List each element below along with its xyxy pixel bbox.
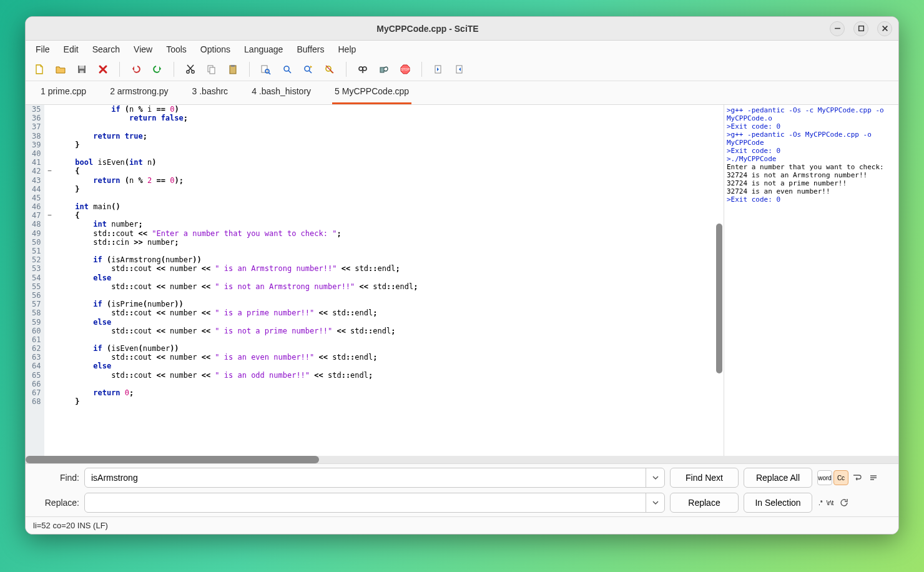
output-line: >Exit code: 0 (727, 122, 896, 131)
menu-help[interactable]: Help (337, 43, 357, 56)
replace-input[interactable] (85, 493, 646, 512)
option-escape[interactable]: \r\t (825, 495, 835, 510)
new-file-icon[interactable] (31, 61, 48, 78)
svg-rect-1 (858, 26, 863, 31)
minimize-button[interactable] (830, 21, 845, 36)
svg-point-15 (284, 66, 289, 71)
option-regex[interactable]: .* (817, 495, 824, 510)
find-next-button[interactable]: Find Next (670, 468, 739, 488)
tab-1-prime.cpp[interactable]: 1 prime.cpp (38, 81, 89, 104)
svg-rect-10 (210, 67, 215, 74)
statusbar: li=52 co=20 INS (LF) (26, 516, 898, 534)
menu-edit[interactable]: Edit (62, 43, 80, 56)
replace-icon[interactable] (300, 61, 317, 78)
menu-tools[interactable]: Tools (165, 43, 188, 56)
option-up-icon[interactable] (866, 470, 881, 485)
vertical-scrollbar[interactable] (716, 224, 722, 373)
toolbar: STOP (26, 58, 898, 81)
svg-point-16 (305, 66, 310, 71)
menubar: FileEditSearchViewToolsOptionsLanguageBu… (26, 41, 898, 58)
next-file-icon[interactable] (451, 61, 468, 78)
replace-all-button[interactable]: Replace All (744, 468, 812, 488)
tab-3-.bashrc[interactable]: 3 .bashrc (190, 81, 231, 104)
output-line: >Exit code: 0 (727, 195, 896, 204)
tab-2-armstrong.py[interactable]: 2 armstrong.py (107, 81, 170, 104)
find-replace-bar: Find: Find Next Replace All word Cc Repl… (26, 463, 898, 516)
menu-view[interactable]: View (132, 43, 154, 56)
svg-rect-12 (231, 65, 235, 67)
find-input-combo (84, 468, 665, 488)
editor[interactable]: 3536373839404142434445464748495051525354… (26, 105, 724, 456)
in-selection-button[interactable]: In Selection (744, 493, 812, 513)
output-line: >Exit code: 0 (727, 147, 896, 155)
replace-label: Replace: (32, 498, 79, 508)
paste-icon[interactable] (224, 61, 242, 78)
output-line: Enter a number that you want to check: 3… (727, 163, 896, 179)
menu-buffers[interactable]: Buffers (295, 43, 325, 56)
option-wrap-icon[interactable] (850, 470, 865, 485)
save-icon[interactable] (73, 61, 91, 78)
output-pane[interactable]: >g++ -pedantic -Os -c MyCPPCode.cpp -o M… (724, 105, 898, 456)
code-area[interactable]: if (n % i == 0) return false; return tru… (54, 105, 418, 456)
svg-point-18 (359, 67, 363, 71)
compile-icon[interactable] (354, 61, 371, 78)
prev-file-icon[interactable] (430, 61, 447, 78)
replace-button[interactable]: Replace (670, 493, 739, 513)
svg-rect-20 (380, 67, 384, 72)
find-label: Find: (32, 473, 79, 483)
stop-icon[interactable]: STOP (396, 61, 414, 78)
output-line: 32724 is an even number!! (727, 187, 896, 195)
find-history-dropdown[interactable] (646, 468, 664, 487)
copy-icon[interactable] (203, 61, 220, 78)
cut-icon[interactable] (182, 61, 199, 78)
svg-rect-6 (80, 71, 84, 73)
tab-5-mycppcode.cpp[interactable]: 5 MyCPPCode.cpp (332, 81, 411, 104)
option-whole-word[interactable]: word (817, 470, 832, 485)
fold-column[interactable]: −− (44, 105, 54, 456)
svg-point-17 (326, 66, 331, 71)
option-case-sensitive[interactable]: Cc (833, 470, 848, 485)
close-button[interactable] (877, 21, 892, 36)
option-around-icon[interactable] (836, 495, 851, 510)
titlebar: MyCPPCode.cpp - SciTE (26, 17, 898, 41)
output-line: 32724 is not a prime number!! (727, 179, 896, 187)
replace-all-icon[interactable] (321, 61, 338, 78)
tabbar: 1 prime.cpp2 armstrong.py3 .bashrc4 .bas… (26, 81, 898, 105)
menu-file[interactable]: File (34, 43, 51, 56)
svg-rect-5 (79, 66, 84, 69)
replace-input-combo (84, 493, 665, 513)
replace-history-dropdown[interactable] (646, 493, 664, 512)
line-number-gutter: 3536373839404142434445464748495051525354… (26, 105, 44, 456)
undo-icon[interactable] (127, 61, 145, 78)
output-line: >g++ -pedantic -Os MyCPPCode.cpp -o MyCP… (727, 131, 896, 147)
horizontal-scrollbar[interactable] (26, 456, 898, 463)
window-title: MyCPPCode.cpp - SciTE (26, 24, 830, 34)
open-file-icon[interactable] (52, 61, 69, 78)
menu-options[interactable]: Options (199, 43, 232, 56)
svg-text:STOP: STOP (401, 67, 410, 71)
close-icon[interactable] (94, 61, 112, 78)
maximize-button[interactable] (853, 21, 868, 36)
svg-point-19 (363, 67, 366, 71)
find-input[interactable] (85, 468, 646, 487)
output-line: >./MyCPPCode (727, 155, 896, 163)
output-line: >g++ -pedantic -Os -c MyCPPCode.cpp -o M… (727, 106, 896, 122)
tab-4-.bash_history[interactable]: 4 .bash_history (249, 81, 313, 104)
build-icon[interactable] (375, 61, 393, 78)
menu-search[interactable]: Search (91, 43, 121, 56)
find-icon[interactable] (257, 61, 275, 78)
horizontal-scroll-thumb[interactable] (26, 456, 319, 463)
menu-language[interactable]: Language (243, 43, 284, 56)
findnext-icon[interactable] (278, 61, 296, 78)
redo-icon[interactable] (149, 61, 166, 78)
app-window: MyCPPCode.cpp - SciTE FileEditSearchView… (25, 16, 899, 535)
